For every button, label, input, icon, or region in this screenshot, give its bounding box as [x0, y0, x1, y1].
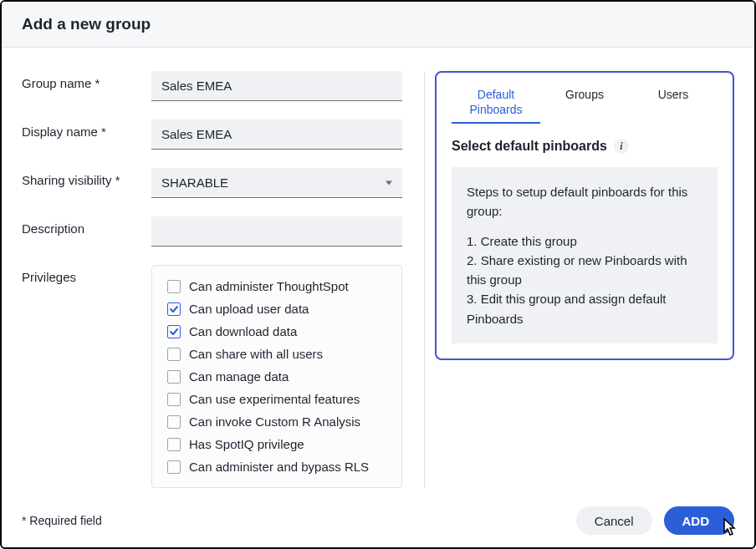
- label-group-name: Group name *: [22, 71, 151, 90]
- checkbox-icon[interactable]: [167, 393, 181, 406]
- section-title: Select default pinboards: [452, 139, 607, 154]
- privilege-label: Can use experimental features: [189, 392, 360, 406]
- privilege-item[interactable]: Can invoke Custom R Analysis: [167, 414, 386, 429]
- add-button[interactable]: ADD: [664, 506, 735, 535]
- steps-box: Steps to setup default pinboards for thi…: [452, 167, 718, 343]
- privilege-label: Can administer and bypass RLS: [189, 460, 369, 474]
- label-sharing-visibility: Sharing visibility *: [22, 168, 151, 187]
- label-description: Description: [22, 216, 151, 236]
- form-column: Group name * Display name * Sharing visi…: [22, 71, 419, 488]
- tab-users[interactable]: Users: [629, 83, 718, 124]
- privilege-item[interactable]: Can upload user data: [167, 302, 386, 316]
- row-display-name: Display name *: [22, 119, 402, 150]
- row-privileges: Privileges Can administer ThoughtSpotCan…: [22, 265, 402, 488]
- display-name-input[interactable]: [151, 119, 402, 150]
- privileges-box: Can administer ThoughtSpotCan upload use…: [151, 265, 402, 488]
- panel-tabs: DefaultPinboardsGroupsUsers: [452, 83, 718, 124]
- cancel-button[interactable]: Cancel: [576, 506, 652, 535]
- add-button-label: ADD: [682, 514, 710, 528]
- modal-footer: * Required field Cancel ADD: [2, 496, 754, 549]
- sharing-visibility-value: SHARABLE: [161, 175, 228, 190]
- privilege-label: Can manage data: [189, 369, 289, 384]
- privilege-item[interactable]: Can manage data: [167, 369, 386, 384]
- step-3: 3. Edit this group and assign default Pi…: [467, 289, 702, 328]
- step-1: 1. Create this group: [467, 231, 702, 251]
- row-sharing-visibility: Sharing visibility * SHARABLE: [22, 168, 402, 198]
- modal-header: Add a new group: [2, 2, 754, 48]
- label-privileges: Privileges: [22, 265, 151, 284]
- privilege-item[interactable]: Can administer ThoughtSpot: [167, 279, 386, 293]
- privilege-item[interactable]: Can use experimental features: [167, 392, 386, 406]
- default-pinboards-panel: DefaultPinboardsGroupsUsers Select defau…: [435, 71, 734, 360]
- row-group-name: Group name *: [22, 71, 402, 101]
- footer-actions: Cancel ADD: [576, 506, 734, 535]
- privilege-item[interactable]: Has SpotIQ privilege: [167, 437, 386, 451]
- privilege-label: Can share with all users: [189, 347, 323, 361]
- steps-intro: Steps to setup default pinboards for thi…: [467, 182, 702, 221]
- info-icon[interactable]: i: [614, 139, 629, 154]
- right-column: DefaultPinboardsGroupsUsers Select defau…: [430, 71, 734, 488]
- add-group-modal: Add a new group Group name * Display nam…: [0, 0, 756, 549]
- checkbox-icon[interactable]: [167, 348, 181, 361]
- checkbox-icon[interactable]: [167, 280, 181, 293]
- checkbox-icon[interactable]: [167, 438, 181, 451]
- row-description: Description: [22, 216, 402, 247]
- privilege-item[interactable]: Can administer and bypass RLS: [167, 460, 386, 474]
- privilege-label: Can invoke Custom R Analysis: [189, 414, 360, 429]
- privilege-item[interactable]: Can share with all users: [167, 347, 386, 361]
- tab-default-pinboards[interactable]: DefaultPinboards: [452, 83, 540, 124]
- description-input[interactable]: [151, 216, 402, 247]
- modal-title: Add a new group: [22, 15, 734, 33]
- vertical-divider: [424, 71, 425, 488]
- checkbox-icon[interactable]: [167, 370, 181, 384]
- privilege-label: Can upload user data: [189, 302, 309, 316]
- cursor-icon: [721, 517, 739, 540]
- sharing-visibility-select[interactable]: SHARABLE: [151, 168, 402, 198]
- label-display-name: Display name *: [22, 119, 151, 139]
- checkbox-icon[interactable]: [167, 415, 181, 429]
- modal-body: Group name * Display name * Sharing visi…: [2, 48, 754, 496]
- group-name-input[interactable]: [151, 71, 402, 101]
- checkbox-icon[interactable]: [167, 460, 181, 474]
- privilege-label: Can download data: [189, 324, 297, 338]
- section-title-row: Select default pinboards i: [452, 139, 718, 154]
- privilege-label: Can administer ThoughtSpot: [189, 279, 349, 293]
- step-2: 2. Share existing or new Pinboards with …: [467, 251, 702, 290]
- required-field-note: * Required field: [22, 514, 102, 527]
- privilege-item[interactable]: Can download data: [167, 324, 386, 338]
- tab-groups[interactable]: Groups: [540, 83, 629, 124]
- privilege-label: Has SpotIQ privilege: [189, 437, 304, 451]
- checkbox-checked-icon[interactable]: [167, 325, 181, 338]
- chevron-down-icon: [386, 181, 392, 186]
- checkbox-checked-icon[interactable]: [167, 302, 181, 316]
